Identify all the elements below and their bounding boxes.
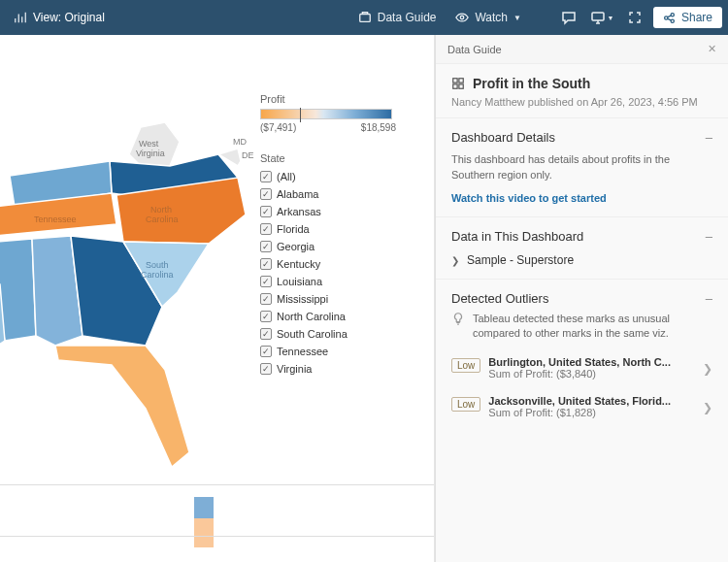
lightbulb-icon bbox=[451, 312, 465, 341]
svg-text:Tennessee: Tennessee bbox=[34, 215, 77, 224]
section-dashboard-details: Dashboard Details – This dashboard has d… bbox=[436, 117, 728, 216]
state-checkbox[interactable]: Alabama bbox=[260, 185, 430, 203]
chevron-right-icon: ❯ bbox=[451, 255, 459, 266]
fullscreen-icon[interactable] bbox=[620, 4, 649, 31]
state-checkbox-all[interactable]: (All) bbox=[260, 168, 430, 185]
state-checkbox[interactable]: Kentucky bbox=[260, 255, 430, 273]
svg-point-1 bbox=[461, 16, 465, 19]
chevron-right-icon: ❯ bbox=[703, 362, 712, 376]
color-gradient[interactable] bbox=[260, 109, 392, 119]
panel-header: Data Guide ✕ bbox=[436, 35, 728, 64]
svg-rect-17 bbox=[453, 84, 457, 88]
svg-rect-18 bbox=[459, 84, 463, 88]
state-checkbox[interactable]: Louisiana bbox=[260, 273, 430, 290]
secondary-chart[interactable] bbox=[0, 484, 435, 562]
content: WestVirginia Tennessee NorthCarolina Sou… bbox=[0, 35, 728, 562]
state-checkbox[interactable]: Florida bbox=[260, 220, 430, 238]
state-checkbox[interactable]: South Carolina bbox=[260, 325, 430, 343]
svg-rect-2 bbox=[592, 13, 604, 20]
outlier-sub: Sum of Profit: ($3,840) bbox=[488, 368, 695, 380]
view-selector[interactable]: View: Original bbox=[6, 7, 113, 28]
dashboard-title: Profit in the South bbox=[451, 76, 712, 91]
svg-text:Virginia: Virginia bbox=[136, 149, 165, 158]
data-guide-panel: Data Guide ✕ Profit in the South Nancy M… bbox=[435, 35, 728, 562]
state-filter-title: State bbox=[260, 152, 430, 164]
section-heading: Dashboard Details bbox=[451, 130, 555, 145]
panel-heading-text: Data Guide bbox=[447, 44, 502, 55]
section-heading: Data in This Dashboard bbox=[451, 229, 583, 244]
comment-icon[interactable] bbox=[554, 4, 583, 31]
svg-rect-16 bbox=[459, 79, 463, 83]
state-fl bbox=[55, 346, 189, 467]
svg-text:South: South bbox=[146, 260, 169, 270]
axis-line bbox=[0, 536, 435, 537]
svg-text:DE: DE bbox=[242, 150, 254, 160]
present-dropdown[interactable]: ▼ bbox=[587, 4, 616, 31]
legend-min: ($7,491) bbox=[260, 122, 296, 133]
details-description: This dashboard has details about profits… bbox=[451, 152, 712, 182]
chevron-right-icon: ❯ bbox=[703, 401, 712, 414]
svg-text:West: West bbox=[139, 139, 159, 149]
section-detected-outliers: Detected Outliers – Tableau detected the… bbox=[436, 279, 728, 430]
state-checkbox[interactable]: North Carolina bbox=[260, 308, 430, 325]
get-started-link[interactable]: Watch this video to get started bbox=[451, 192, 607, 204]
dashboard-icon bbox=[451, 77, 465, 90]
state-checkbox[interactable]: Arkansas bbox=[260, 203, 430, 220]
choropleth-map[interactable]: WestVirginia Tennessee NorthCarolina Sou… bbox=[0, 35, 262, 452]
svg-rect-0 bbox=[360, 15, 371, 22]
svg-rect-15 bbox=[453, 79, 457, 83]
outliers-description: Tableau detected these marks as unusual … bbox=[473, 312, 712, 341]
low-badge: Low bbox=[451, 358, 480, 373]
outlier-item[interactable]: Low Burlington, United States, North C..… bbox=[451, 356, 712, 380]
byline: Nancy Matthew published on Apr 26, 2023,… bbox=[451, 95, 712, 110]
collapse-icon[interactable]: – bbox=[706, 229, 712, 244]
section-data-in-dashboard: Data in This Dashboard – ❯ Sample - Supe… bbox=[436, 216, 728, 279]
state-ms bbox=[0, 239, 36, 341]
state-checkbox[interactable]: Virginia bbox=[260, 360, 430, 378]
svg-text:North: North bbox=[150, 205, 172, 215]
data-guide-button[interactable]: Data Guide bbox=[350, 7, 445, 28]
collapse-icon[interactable]: – bbox=[706, 130, 712, 145]
state-filter: State (All) Alabama Arkansas Florida Geo… bbox=[260, 152, 430, 378]
outlier-item[interactable]: Low Jacksonville, United States, Florid.… bbox=[451, 395, 712, 418]
chevron-down-icon: ▼ bbox=[513, 14, 521, 22]
guide-icon bbox=[358, 11, 372, 24]
state-checkbox[interactable]: Tennessee bbox=[260, 343, 430, 360]
view-label: View: Original bbox=[33, 11, 105, 24]
datasource-row[interactable]: ❯ Sample - Superstore bbox=[451, 253, 712, 267]
svg-text:MD: MD bbox=[233, 137, 247, 147]
bar-segment-positive bbox=[194, 497, 214, 518]
share-icon bbox=[663, 12, 676, 24]
section-heading: Detected Outliers bbox=[451, 291, 548, 306]
legend-max: $18,598 bbox=[361, 122, 396, 133]
chevron-down-icon: ▼ bbox=[608, 15, 614, 21]
outlier-title: Jacksonville, United States, Florid... bbox=[488, 395, 695, 407]
low-badge: Low bbox=[451, 397, 480, 412]
eye-icon bbox=[455, 11, 469, 24]
legend-title: Profit bbox=[260, 93, 430, 105]
legend-column: Profit ($7,491) $18,598 State (All) Alab… bbox=[260, 93, 430, 378]
state-checkbox[interactable]: Mississippi bbox=[260, 290, 430, 308]
top-toolbar: View: Original Data Guide Watch ▼ ▼ Shar… bbox=[0, 0, 728, 35]
svg-point-4 bbox=[671, 13, 674, 16]
svg-text:Carolina: Carolina bbox=[141, 270, 174, 280]
state-checkbox[interactable]: Georgia bbox=[260, 238, 430, 255]
svg-point-5 bbox=[671, 19, 674, 22]
outlier-sub: Sum of Profit: ($1,828) bbox=[488, 407, 695, 418]
svg-point-3 bbox=[665, 16, 668, 18]
share-button[interactable]: Share bbox=[653, 7, 722, 28]
outlier-title: Burlington, United States, North C... bbox=[488, 356, 695, 368]
collapse-icon[interactable]: – bbox=[706, 291, 712, 306]
svg-text:Carolina: Carolina bbox=[146, 215, 179, 224]
bar-chart-icon bbox=[14, 11, 27, 24]
visualization-area: WestVirginia Tennessee NorthCarolina Sou… bbox=[0, 35, 435, 562]
close-icon[interactable]: ✕ bbox=[708, 43, 716, 55]
checkbox-icon bbox=[260, 171, 272, 182]
bar-segment-negative bbox=[194, 518, 214, 547]
watch-dropdown[interactable]: Watch ▼ bbox=[447, 7, 528, 28]
